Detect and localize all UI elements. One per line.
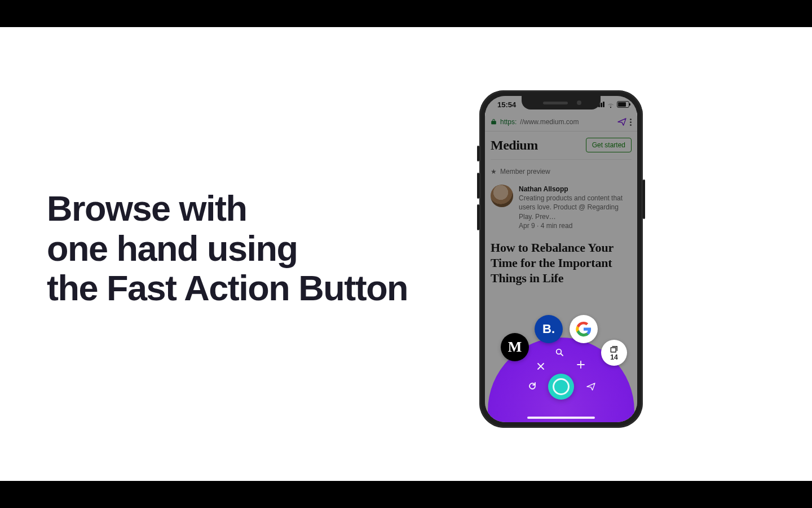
fab-center-icon bbox=[553, 378, 570, 395]
phone-volume-down bbox=[477, 204, 479, 230]
fast-action-menu: M B. 14 bbox=[485, 315, 637, 422]
booking-icon: B. bbox=[542, 322, 555, 336]
fab-shortcut-booking[interactable]: B. bbox=[535, 315, 563, 343]
fab-shortcut-google[interactable] bbox=[570, 315, 598, 343]
phone-mockup: 15:54 https://www.medium.com bbox=[479, 90, 643, 428]
medium-icon: M bbox=[508, 339, 522, 356]
fab-close-tab-icon[interactable] bbox=[537, 362, 545, 373]
wifi-icon bbox=[607, 102, 615, 107]
tabs-count: 14 bbox=[610, 354, 617, 361]
phone-notch bbox=[522, 96, 601, 110]
phone-volume-up bbox=[477, 173, 479, 199]
phone-screen: 15:54 https://www.medium.com bbox=[485, 96, 637, 422]
phone-mute-switch bbox=[477, 146, 479, 161]
phone-power-button bbox=[643, 179, 645, 219]
google-icon bbox=[576, 321, 592, 337]
home-indicator[interactable] bbox=[527, 417, 595, 419]
headline-line-1: Browse with bbox=[47, 189, 408, 229]
fab-search-icon[interactable] bbox=[555, 348, 564, 359]
promo-headline: Browse with one hand using the Fast Acti… bbox=[47, 189, 408, 308]
status-indicators bbox=[596, 101, 629, 108]
tabs-icon bbox=[610, 345, 619, 353]
status-time: 15:54 bbox=[497, 100, 516, 109]
promo-slide: Browse with one hand using the Fast Acti… bbox=[0, 27, 812, 481]
headline-line-3: the Fast Action Button bbox=[47, 268, 408, 308]
fab-new-tab-icon[interactable] bbox=[576, 360, 585, 371]
fab-reload-icon[interactable] bbox=[528, 382, 537, 393]
fab-shortcut-medium[interactable]: M bbox=[501, 333, 529, 361]
battery-icon bbox=[617, 101, 629, 108]
fast-action-button[interactable] bbox=[548, 374, 574, 400]
fab-forward-icon[interactable] bbox=[586, 383, 595, 393]
fab-tabs-button[interactable]: 14 bbox=[601, 340, 627, 366]
headline-line-2: one hand using bbox=[47, 229, 408, 269]
